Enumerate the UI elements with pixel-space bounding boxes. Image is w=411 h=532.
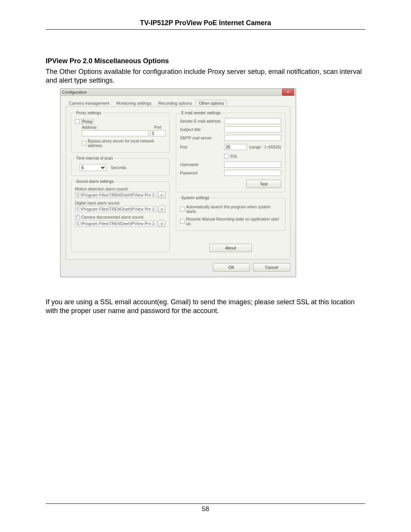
sender-input[interactable]	[224, 118, 281, 124]
subject-input[interactable]	[224, 126, 281, 133]
resume-recording-label: Resume Manual Recording state on applica…	[186, 217, 281, 226]
system-legend: System settings	[180, 195, 210, 200]
password-label: Password	[180, 171, 222, 175]
close-icon[interactable]: x	[282, 89, 294, 96]
about-button[interactable]: About	[209, 244, 252, 252]
digital-sound-label: Digital input alarm sound:	[75, 201, 120, 205]
email-port-label: Port	[180, 145, 222, 149]
digital-sound-path[interactable]	[75, 206, 157, 212]
username-input[interactable]	[224, 161, 281, 168]
ssl-note: If you are using a SSL email account(eg.…	[46, 298, 365, 315]
section-heading: IPView Pro 2.0 Miscellaneous Options	[46, 57, 365, 65]
bypass-proxy-label: Bypass proxy server for local network ad…	[88, 139, 166, 148]
test-button[interactable]: Test	[246, 180, 281, 188]
port-range-label: (range : 1~65535)	[249, 145, 281, 149]
config-dialog: Configuration x Camera management Monito…	[60, 88, 296, 277]
subject-label: Subject title	[180, 127, 222, 132]
email-sender-group: E-mail sender settings Sender E-mail add…	[176, 110, 285, 192]
auto-launch-label: Automatically launch this program when s…	[186, 204, 281, 214]
page-header: TV-IP512P ProView PoE Internet Camera	[46, 19, 365, 30]
tab-monitoring-settings[interactable]: Monitoring settings	[113, 100, 154, 107]
page-footer: 58	[46, 503, 365, 513]
tab-other-options[interactable]: Other options	[196, 100, 227, 107]
smtp-label: SMTP mail server	[180, 136, 222, 140]
proxy-settings-group: Proxy settings Proxy Address Port	[71, 110, 170, 153]
proxy-address-input[interactable]	[82, 130, 149, 136]
port-label: Port	[154, 125, 166, 129]
tab-recording-options[interactable]: Recording options	[155, 100, 195, 107]
dialog-title: Configuration	[62, 90, 282, 94]
tab-panel-other-options: Proxy settings Proxy Address Port	[66, 106, 290, 259]
proxy-legend: Proxy settings	[75, 110, 102, 115]
sound-alarm-group: Sound alarm settings Motion detection al…	[71, 179, 170, 252]
page-number: 58	[202, 505, 209, 513]
cancel-button[interactable]: Cancel	[253, 263, 290, 272]
intro-text: The Other Options available for configur…	[46, 67, 365, 85]
sender-label: Sender E-mail address	[180, 119, 222, 123]
resume-recording-checkbox[interactable]	[180, 219, 185, 224]
digital-sound-browse[interactable]: >	[158, 206, 166, 212]
disconnect-sound-label: Camera disconnected alarm sound:	[81, 215, 144, 219]
proxy-checkbox[interactable]	[75, 119, 80, 124]
scan-interval-group: Time interval of scan 5 Seconds	[71, 156, 170, 176]
system-settings-group: System settings Automatically launch thi…	[176, 195, 285, 231]
ssl-checkbox[interactable]	[224, 154, 229, 158]
bypass-proxy-checkbox[interactable]	[82, 141, 86, 145]
address-label: Address	[82, 125, 102, 129]
username-label: Username	[180, 162, 222, 167]
ok-button[interactable]: OK	[213, 263, 250, 272]
smtp-input[interactable]	[224, 135, 281, 141]
email-port-input[interactable]	[224, 144, 247, 150]
scan-unit-label: Seconds	[111, 165, 126, 170]
motion-sound-label: Motion detection alarm sound:	[75, 187, 129, 191]
disconnect-sound-browse[interactable]: >	[158, 220, 166, 227]
dialog-titlebar[interactable]: Configuration x	[61, 89, 296, 96]
proxy-label: Proxy	[81, 119, 94, 124]
disconnect-sound-checkbox[interactable]	[75, 215, 80, 219]
scan-interval-select[interactable]: 5	[80, 164, 106, 171]
tab-camera-management[interactable]: Camera management	[66, 100, 112, 107]
password-input[interactable]	[224, 170, 281, 176]
auto-launch-checkbox[interactable]	[180, 207, 185, 211]
motion-sound-browse[interactable]: >	[158, 192, 166, 198]
proxy-port-input[interactable]	[150, 130, 166, 136]
ssl-label: SSL	[230, 154, 238, 158]
sound-legend: Sound alarm settings	[75, 179, 115, 184]
dialog-tabs: Camera management Monitoring settings Re…	[66, 100, 290, 107]
email-legend: E-mail sender settings	[180, 110, 222, 115]
scan-legend: Time interval of scan	[75, 156, 114, 160]
motion-sound-path[interactable]	[75, 192, 157, 198]
disconnect-sound-path[interactable]	[75, 220, 157, 227]
